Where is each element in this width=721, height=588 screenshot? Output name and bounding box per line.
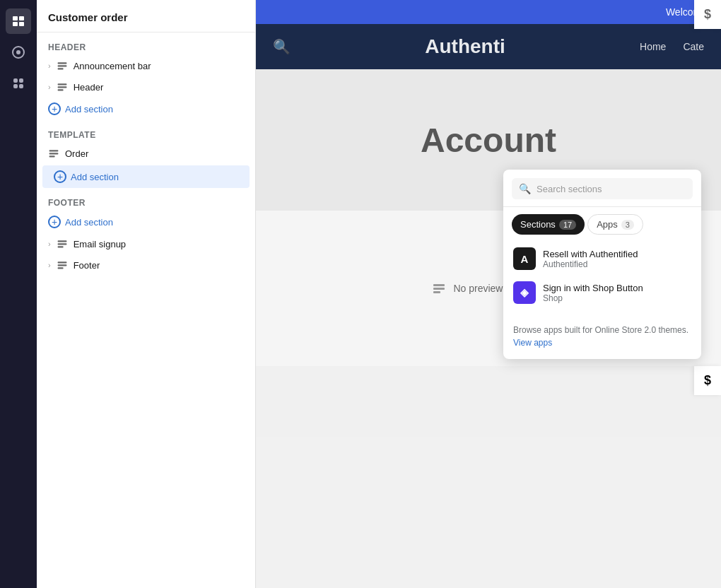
sections-tab-count: 17 bbox=[559, 220, 576, 230]
announcement-bar-label: Announcement bar bbox=[74, 61, 151, 71]
nav-home-link[interactable]: Home bbox=[640, 41, 666, 52]
search-sections-input[interactable] bbox=[537, 184, 686, 194]
sections-tab[interactable]: Sections 17 bbox=[512, 214, 585, 235]
footer-browse-text: Browse apps built for Online Store 2.0 t… bbox=[513, 325, 688, 335]
price-tag-2: $ bbox=[694, 366, 721, 395]
settings-nav-icon[interactable] bbox=[6, 40, 31, 65]
plus-icon: + bbox=[48, 216, 61, 228]
chevron-icon: › bbox=[48, 240, 51, 248]
apps-nav-icon[interactable] bbox=[6, 71, 31, 96]
svg-rect-6 bbox=[57, 68, 63, 69]
add-section-popup: 🔍 Sections 17 Apps 3 bbox=[503, 170, 701, 359]
svg-rect-5 bbox=[57, 65, 66, 66]
svg-rect-16 bbox=[57, 261, 66, 263]
email-signup-item[interactable]: › Email signup bbox=[37, 233, 255, 254]
svg-rect-8 bbox=[57, 86, 66, 88]
footer-group: Footer + Add section › Email signup › Fo… bbox=[37, 191, 255, 276]
store-nav: 🔍 Authenti Home Cate bbox=[256, 24, 721, 69]
svg-rect-15 bbox=[57, 246, 63, 247]
svg-rect-9 bbox=[57, 89, 63, 90]
search-icon: 🔍 bbox=[519, 183, 531, 194]
svg-rect-4 bbox=[57, 62, 66, 64]
svg-rect-11 bbox=[49, 153, 59, 154]
apps-tab-count: 3 bbox=[621, 220, 634, 230]
announcement-bar-item[interactable]: › Announcement bar bbox=[37, 55, 255, 76]
svg-rect-2 bbox=[13, 22, 18, 26]
apps-tab-label: Apps bbox=[597, 219, 618, 230]
svg-rect-12 bbox=[49, 155, 55, 157]
price-tag-1: $ bbox=[694, 0, 721, 29]
svg-rect-17 bbox=[57, 264, 66, 266]
main-area: Welcome 🔍 Authenti Home Cate Account No … bbox=[256, 0, 721, 588]
header-add-section-label: Add section bbox=[65, 104, 113, 114]
order-item[interactable]: Order bbox=[37, 143, 255, 164]
svg-rect-0 bbox=[13, 16, 18, 20]
email-signup-label: Email signup bbox=[74, 239, 126, 249]
shop-button-name: Sign in with Shop Button bbox=[543, 283, 643, 293]
shop-text: Sign in with Shop Button Shop bbox=[543, 283, 643, 303]
header-item[interactable]: › Header bbox=[37, 76, 255, 98]
section-icon bbox=[57, 81, 68, 93]
shop-source: Shop bbox=[543, 293, 643, 303]
no-preview-icon bbox=[432, 281, 446, 295]
app-item-authentified[interactable]: A Resell with Authentified Authentified bbox=[503, 242, 701, 276]
footer-add-section-label: Add section bbox=[65, 217, 113, 228]
chevron-icon: › bbox=[48, 261, 51, 269]
chevron-icon: › bbox=[48, 61, 51, 70]
store-search-icon[interactable]: 🔍 bbox=[273, 38, 291, 55]
header-group-label: Header bbox=[37, 35, 255, 55]
popup-items-list: A Resell with Authentified Authentified … bbox=[503, 235, 701, 317]
header-add-section-btn[interactable]: + Add section bbox=[37, 98, 255, 120]
header-label: Header bbox=[74, 82, 104, 93]
authentified-icon: A bbox=[513, 247, 536, 270]
svg-rect-10 bbox=[49, 150, 59, 151]
popup-footer: Browse apps built for Online Store 2.0 t… bbox=[503, 317, 701, 359]
svg-rect-21 bbox=[433, 291, 440, 293]
store-nav-links: Home Cate bbox=[640, 41, 704, 52]
preview-container: Welcome 🔍 Authenti Home Cate Account No … bbox=[256, 0, 721, 588]
section-icon bbox=[57, 259, 68, 271]
store-brand: Authenti bbox=[425, 35, 505, 58]
svg-rect-19 bbox=[433, 284, 445, 286]
order-label: Order bbox=[65, 148, 88, 159]
icon-bar bbox=[0, 0, 37, 588]
footer-item[interactable]: › Footer bbox=[37, 254, 255, 276]
sections-nav-icon[interactable] bbox=[6, 8, 31, 34]
footer-group-label: Footer bbox=[37, 191, 255, 211]
popup-search-area: 🔍 bbox=[503, 170, 701, 207]
plus-icon: + bbox=[54, 170, 66, 183]
section-icon bbox=[57, 238, 68, 249]
svg-rect-7 bbox=[57, 83, 66, 85]
template-group-label: Template bbox=[37, 123, 255, 143]
header-group: Header › Announcement bar › Header + Add… bbox=[37, 35, 255, 120]
sections-tab-label: Sections bbox=[520, 219, 556, 230]
section-icon bbox=[57, 60, 68, 71]
template-add-section-label: Add section bbox=[71, 172, 119, 182]
search-input-container: 🔍 bbox=[512, 178, 693, 199]
footer-add-section-top-btn[interactable]: + Add section bbox=[37, 211, 255, 233]
svg-rect-20 bbox=[433, 288, 445, 290]
svg-rect-18 bbox=[57, 267, 63, 269]
svg-rect-1 bbox=[19, 16, 24, 20]
authentified-source: Authentified bbox=[543, 259, 638, 269]
store-top-bar: Welcome bbox=[256, 0, 721, 24]
svg-rect-3 bbox=[19, 22, 24, 26]
chevron-icon: › bbox=[48, 83, 51, 91]
app-item-shop[interactable]: ◈ Sign in with Shop Button Shop bbox=[503, 276, 701, 310]
nav-categories-link[interactable]: Cate bbox=[683, 41, 704, 52]
sidebar: Customer order Header › Announcement bar… bbox=[37, 0, 256, 588]
plus-icon: + bbox=[48, 102, 61, 115]
shop-icon: ◈ bbox=[513, 281, 536, 304]
bottom-area: $ bbox=[256, 366, 721, 437]
account-title: Account bbox=[421, 121, 556, 160]
authentified-name: Resell with Authentified bbox=[543, 249, 638, 259]
template-group: Template Order + Add section bbox=[37, 123, 255, 188]
section-icon bbox=[48, 148, 59, 159]
view-apps-link[interactable]: View apps bbox=[513, 338, 552, 348]
svg-rect-13 bbox=[57, 240, 66, 242]
apps-tab[interactable]: Apps 3 bbox=[587, 214, 643, 235]
template-add-section-btn[interactable]: + Add section bbox=[42, 165, 250, 188]
popup-tabs: Sections 17 Apps 3 bbox=[503, 207, 701, 235]
svg-rect-14 bbox=[57, 243, 66, 245]
footer-label: Footer bbox=[74, 260, 100, 271]
